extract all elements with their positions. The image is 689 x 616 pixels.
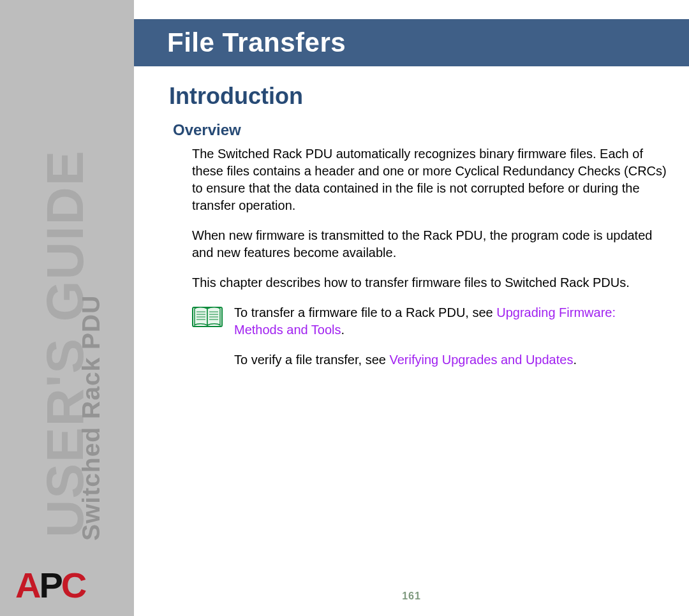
paragraph-2: When new firmware is transmitted to the … (192, 227, 667, 261)
note2-text-post: . (573, 353, 577, 367)
subsection-title: Overview (173, 121, 667, 139)
note-paragraph-2: To verify a file transfer, see Verifying… (234, 351, 667, 369)
chapter-title: File Transfers (167, 27, 346, 58)
note-block: To transfer a firmware file to a Rack PD… (192, 304, 667, 381)
link-verifying-upgrades[interactable]: Verifying Upgrades and Updates (389, 353, 573, 367)
note-body: To transfer a firmware file to a Rack PD… (234, 304, 667, 381)
section-title: Introduction (169, 83, 667, 110)
chapter-header: File Transfers (134, 19, 689, 66)
logo-letter-a: A (15, 568, 39, 603)
logo-letter-p: P (39, 568, 61, 603)
page-number: 161 (134, 590, 689, 602)
main-content: Introduction Overview The Switched Rack … (169, 83, 667, 381)
guide-label: USER'S GUIDE (35, 129, 95, 538)
note2-text-pre: To verify a file transfer, see (234, 353, 389, 367)
logo-letter-c: C (61, 568, 85, 603)
note-paragraph-1: To transfer a firmware file to a Rack PD… (234, 304, 667, 339)
paragraph-3: This chapter describes how to transfer f… (192, 274, 667, 291)
note1-text-post: . (341, 323, 345, 337)
sidebar-vertical-labels: USER'S GUIDE Switched Rack PDU (0, 150, 134, 571)
guide-subtitle: Switched Rack PDU (77, 267, 105, 541)
book-icon (192, 304, 223, 331)
note1-text-pre: To transfer a firmware file to a Rack PD… (234, 305, 496, 319)
apc-logo: APC (15, 568, 111, 603)
sidebar: USER'S GUIDE Switched Rack PDU APC (0, 0, 134, 616)
paragraph-1: The Switched Rack PDU automatically reco… (192, 145, 667, 214)
